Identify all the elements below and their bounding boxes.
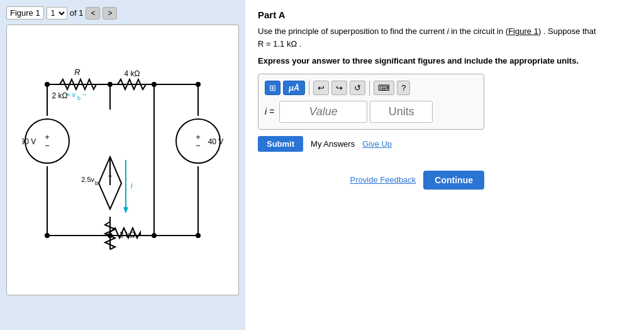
refresh-icon: ↺: [354, 83, 361, 93]
figure1-link[interactable]: Figure 1: [508, 26, 538, 36]
circuit-diagram: R + v b − 4 kΩ 2 kΩ + − 90 V: [22, 47, 223, 273]
problem-text-1: Use the principle of superposition to fi…: [258, 26, 447, 36]
mu-button[interactable]: μÅ: [283, 81, 305, 95]
problem-text: Use the principle of superposition to fi…: [258, 25, 631, 50]
svg-text:−: −: [82, 91, 86, 98]
svg-text:b: b: [77, 95, 80, 101]
svg-text:40 V: 40 V: [208, 137, 223, 146]
grid-button[interactable]: ⊞: [265, 81, 280, 95]
svg-text:+: +: [108, 171, 113, 181]
undo-icon: ↩: [318, 83, 325, 93]
svg-point-34: [45, 82, 50, 87]
provide-feedback-link[interactable]: Provide Feedback: [350, 175, 416, 185]
left-panel: Figure 1 1 of 1 < >: [0, 0, 245, 330]
svg-text:R: R: [74, 67, 80, 77]
svg-text:90 V: 90 V: [22, 137, 36, 146]
svg-point-40: [152, 233, 157, 238]
submit-button[interactable]: Submit: [258, 136, 303, 152]
toolbar: ⊞ μÅ ↩ ↪ ↺ ⌨ ?: [265, 81, 477, 96]
mu-label: μÅ: [289, 83, 299, 93]
figure-of: of 1: [70, 8, 84, 18]
svg-text:+: +: [45, 132, 50, 142]
keyboard-button[interactable]: ⌨: [374, 81, 394, 95]
figure-select[interactable]: 1: [47, 7, 67, 20]
undo-button[interactable]: ↩: [313, 81, 329, 95]
figure-label: Figure 1: [6, 6, 44, 20]
my-answers-link[interactable]: My Answers: [311, 139, 355, 149]
right-panel: Part A Use the principle of superpositio…: [245, 0, 644, 330]
svg-text:b: b: [95, 180, 98, 186]
r-value: R = 1.1 kΩ .: [258, 39, 301, 48]
input-row: i =: [265, 101, 477, 123]
redo-icon: ↪: [336, 83, 343, 93]
svg-point-39: [108, 233, 113, 238]
svg-text:2 kΩ: 2 kΩ: [52, 91, 68, 100]
give-up-link[interactable]: Give Up: [362, 139, 392, 149]
next-button[interactable]: >: [103, 7, 117, 20]
svg-text:4 kΩ: 4 kΩ: [125, 69, 140, 78]
svg-text:i: i: [131, 181, 133, 190]
circuit-area: R + v b − 4 kΩ 2 kΩ + − 90 V: [6, 25, 239, 295]
svg-point-35: [108, 82, 113, 87]
value-input[interactable]: [279, 101, 367, 123]
answer-box: ⊞ μÅ ↩ ↪ ↺ ⌨ ? i =: [258, 74, 484, 130]
svg-point-41: [196, 233, 201, 238]
svg-point-36: [152, 82, 157, 87]
help-button[interactable]: ?: [397, 81, 410, 95]
continue-button[interactable]: Continue: [423, 171, 484, 190]
prev-button[interactable]: <: [86, 7, 100, 20]
svg-point-37: [196, 82, 201, 87]
units-input[interactable]: [370, 101, 433, 123]
figure-nav: Figure 1 1 of 1 < >: [6, 6, 117, 20]
svg-text:2.5v: 2.5v: [81, 176, 94, 183]
bottom-row: Provide Feedback Continue: [258, 171, 484, 190]
svg-text:+: +: [196, 132, 201, 142]
svg-text:−: −: [196, 141, 201, 151]
help-icon: ?: [401, 83, 406, 93]
toolbar-separator: [309, 81, 309, 96]
problem-text-2: in the circuit in (: [449, 26, 509, 36]
refresh-button[interactable]: ↺: [350, 81, 365, 95]
svg-point-38: [45, 233, 50, 238]
grid-icon: ⊞: [269, 83, 276, 93]
part-title: Part A: [258, 9, 631, 20]
action-row: Submit My Answers Give Up: [258, 136, 631, 152]
keyboard-icon: ⌨: [378, 83, 390, 93]
svg-text:−: −: [45, 141, 50, 151]
problem-text-3: ) . Suppose that: [538, 26, 596, 36]
i-label: i =: [265, 106, 274, 117]
toolbar-separator-2: [369, 81, 370, 96]
redo-button[interactable]: ↪: [331, 81, 347, 95]
svg-marker-25: [123, 207, 128, 213]
svg-text:2 kΩ: 2 kΩ: [119, 230, 135, 239]
express-text: Express your answer to three significant…: [258, 55, 631, 67]
